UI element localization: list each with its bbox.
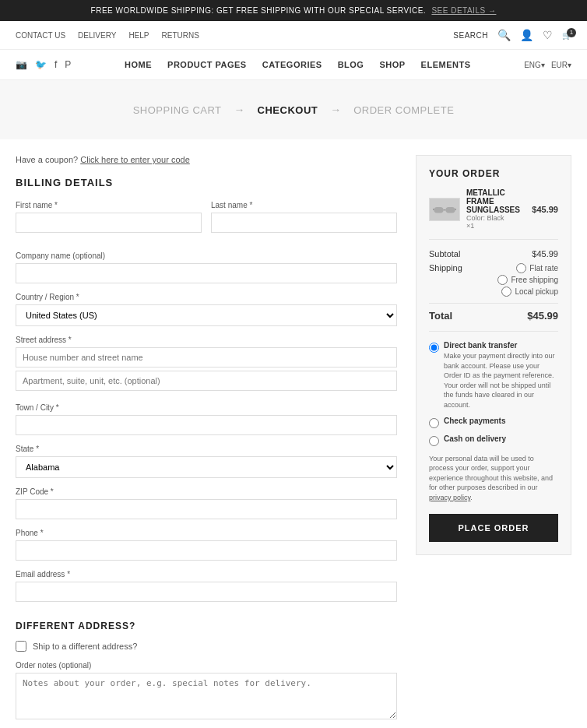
lang-selector[interactable]: ENG▾ <box>524 61 545 69</box>
nav-home[interactable]: HOME <box>125 60 152 69</box>
street-group: Street address * <box>16 336 397 394</box>
company-label: Company name (optional) <box>16 251 397 260</box>
shipping-free-radio[interactable] <box>497 275 508 285</box>
email-group: Email address * <box>16 570 397 602</box>
subtotal-label: Subtotal <box>429 249 460 258</box>
city-input[interactable] <box>16 415 397 435</box>
product-price: $45.99 <box>532 205 558 214</box>
diff-address-row: Ship to a different address? <box>16 641 397 652</box>
announcement-bar: FREE WORLDWIDE SHIPPING: GET FREE SHIPPI… <box>0 0 587 21</box>
payment-direct-info: Direct bank transfer Make your payment d… <box>444 341 558 410</box>
shipping-label: Shipping <box>429 263 462 298</box>
country-group: Country / Region * United States (US) <box>16 293 397 326</box>
zip-group: ZIP Code * <box>16 487 397 519</box>
shipping-local-radio[interactable] <box>501 287 511 297</box>
checkout-steps: SHOPPING CART → CHECKOUT → ORDER COMPLET… <box>0 80 587 139</box>
checkout-body: Have a coupon? Click here to enter your … <box>0 139 587 728</box>
cart-count: 1 <box>567 28 576 37</box>
payment-direct-radio[interactable] <box>429 343 439 353</box>
zip-label: ZIP Code * <box>16 487 397 496</box>
state-group: State * Alabama <box>16 445 397 478</box>
twitter-icon[interactable]: 🐦 <box>35 59 47 70</box>
main-nav-links: HOME PRODUCT PAGES CATEGORIES BLOG SHOP … <box>125 60 470 69</box>
top-nav-right: SEARCH 🔍 👤 ♡ 🛒 1 <box>453 29 571 41</box>
last-name-group: Last name * <box>211 201 397 233</box>
main-nav-right: ENG▾ EUR▾ <box>524 61 571 69</box>
total-label: Total <box>429 310 452 322</box>
step-checkout[interactable]: CHECKOUT <box>258 104 318 116</box>
svg-rect-1 <box>446 207 455 213</box>
search-label[interactable]: SEARCH <box>453 31 488 40</box>
order-item-info: METALLIC FRAME SUNGLASSES Color: Black ×… <box>466 188 525 230</box>
step-cart[interactable]: SHOPPING CART <box>133 104 222 116</box>
step-arrow-2: → <box>330 104 341 116</box>
ship-different-label[interactable]: Ship to a different address? <box>33 642 137 651</box>
main-nav: 📷 🐦 f P HOME PRODUCT PAGES CATEGORIES BL… <box>0 50 587 80</box>
last-name-input[interactable] <box>211 213 397 233</box>
nav-categories[interactable]: CATEGORIES <box>262 60 322 69</box>
order-notes-group: Order notes (optional) <box>16 661 397 722</box>
coupon-prefix: Have a coupon? <box>16 155 78 164</box>
nav-help[interactable]: HELP <box>128 31 149 40</box>
privacy-link[interactable]: privacy policy <box>429 494 470 501</box>
coupon-link[interactable]: Click here to enter your code <box>80 155 190 164</box>
heart-icon[interactable]: ♡ <box>543 29 553 41</box>
announcement-link[interactable]: SEE DETAILS → <box>431 6 496 15</box>
order-section: YOUR ORDER METALLIC FRAME SUNGLASSES Col… <box>416 155 571 722</box>
street-input-1[interactable] <box>16 347 397 368</box>
nav-elements[interactable]: ELEMENTS <box>421 60 471 69</box>
phone-group: Phone * <box>16 529 397 561</box>
state-select[interactable]: Alabama <box>16 456 397 478</box>
facebook-icon[interactable]: f <box>54 59 57 70</box>
street-input-2[interactable] <box>16 371 397 391</box>
payment-section: Direct bank transfer Make your payment d… <box>429 331 558 446</box>
product-color: Color: Black <box>466 214 525 222</box>
nav-returns[interactable]: RETURNS <box>162 31 199 40</box>
shipping-local[interactable]: Local pickup <box>497 287 558 297</box>
user-icon[interactable]: 👤 <box>520 29 533 41</box>
city-group: Town / City * <box>16 403 397 435</box>
shipping-flat[interactable]: Flat rate <box>497 263 558 273</box>
first-name-group: First name * <box>16 201 202 233</box>
total-value: $45.99 <box>527 310 558 322</box>
email-input[interactable] <box>16 582 397 602</box>
shipping-options: Flat rate Free shipping Local pickup <box>497 263 558 298</box>
place-order-button[interactable]: PLACE ORDER <box>429 514 558 542</box>
ship-different-checkbox[interactable] <box>16 641 26 652</box>
shipping-flat-radio[interactable] <box>516 263 526 273</box>
payment-check-radio[interactable] <box>429 418 439 428</box>
instagram-icon[interactable]: 📷 <box>16 59 27 70</box>
privacy-note: Your personal data will be used to proce… <box>429 454 558 503</box>
zip-input[interactable] <box>16 499 397 519</box>
order-panel: YOUR ORDER METALLIC FRAME SUNGLASSES Col… <box>416 155 571 555</box>
phone-input[interactable] <box>16 540 397 561</box>
payment-direct-desc: Make your payment directly into our bank… <box>444 351 558 410</box>
company-input[interactable] <box>16 263 397 283</box>
cart-icon-wrapper[interactable]: 🛒 1 <box>562 31 571 40</box>
step-complete[interactable]: ORDER COMPLETE <box>353 104 454 116</box>
order-notes-input[interactable] <box>16 673 397 719</box>
first-name-input[interactable] <box>16 213 202 233</box>
country-select[interactable]: United States (US) <box>16 304 397 326</box>
billing-section: Have a coupon? Click here to enter your … <box>16 155 397 722</box>
nav-contact[interactable]: CONTACT US <box>16 31 65 40</box>
nav-delivery[interactable]: DELIVERY <box>78 31 116 40</box>
currency-selector[interactable]: EUR▾ <box>551 61 571 69</box>
shipping-free[interactable]: Free shipping <box>497 275 558 285</box>
nav-blog[interactable]: BLOG <box>338 60 364 69</box>
payment-cash-radio[interactable] <box>429 436 439 446</box>
coupon-bar: Have a coupon? Click here to enter your … <box>16 155 397 164</box>
email-label: Email address * <box>16 570 397 579</box>
payment-cash-label: Cash on delivery <box>444 434 506 443</box>
subtotal-value: $45.99 <box>532 249 558 258</box>
phone-label: Phone * <box>16 529 397 537</box>
order-panel-title: YOUR ORDER <box>429 168 558 179</box>
order-notes-label: Order notes (optional) <box>16 661 397 670</box>
pinterest-icon[interactable]: P <box>65 59 71 70</box>
search-icon[interactable]: 🔍 <box>497 29 511 41</box>
nav-product-pages[interactable]: PRODUCT PAGES <box>167 60 247 69</box>
company-group: Company name (optional) <box>16 251 397 283</box>
street-label: Street address * <box>16 336 397 344</box>
nav-shop[interactable]: SHOP <box>379 60 405 69</box>
city-label: Town / City * <box>16 403 397 412</box>
